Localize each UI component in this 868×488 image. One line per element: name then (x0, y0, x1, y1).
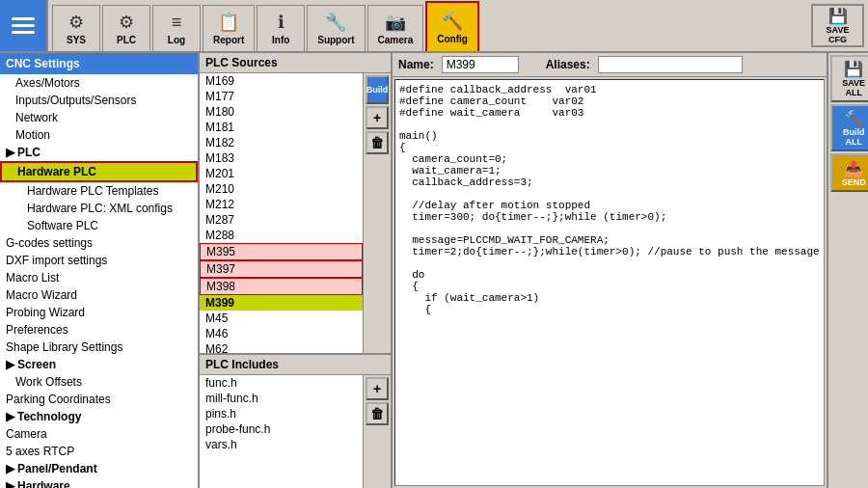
send-button[interactable]: 📤 SEND (830, 153, 868, 192)
plc-source-item[interactable]: M177 (200, 89, 363, 104)
build-button[interactable]: Build (366, 75, 389, 104)
tab-config-label: Config (437, 34, 468, 44)
add-include-button[interactable]: + (366, 377, 389, 400)
sidebar-item-io[interactable]: Inputs/Outputs/Sensors (0, 92, 198, 109)
plc-source-item[interactable]: M210 (200, 181, 363, 197)
hamburger-menu[interactable] (0, 0, 48, 51)
tab-log[interactable]: ≡ Log (152, 5, 201, 51)
name-input[interactable] (442, 56, 519, 73)
toolbar-right-buttons: 💾 SAVE CFG (807, 0, 868, 51)
plc-include-item[interactable]: vars.h (200, 437, 363, 452)
sidebar-item-macro-wiz[interactable]: Macro Wizard (0, 286, 198, 304)
center-panel: PLC Sources M169M177M180M181M182M183M201… (200, 53, 393, 488)
technology-arrow-icon: ▶ (6, 410, 14, 423)
plc-source-item[interactable]: M182 (200, 135, 363, 150)
plc-include-item[interactable]: pins.h (200, 406, 363, 421)
tab-report[interactable]: 📋 Report (203, 5, 255, 51)
plc-source-item[interactable]: M288 (200, 228, 363, 243)
plc-include-item[interactable]: func.h (200, 375, 363, 391)
plc-arrow-icon: ▶ (6, 146, 14, 159)
sidebar-item-macro-list[interactable]: Macro List (0, 269, 198, 286)
tab-plc[interactable]: ⚙ PLC (102, 5, 150, 51)
code-header: Name: Aliases: (393, 53, 827, 77)
tab-support[interactable]: 🔧 Support (307, 5, 365, 51)
sidebar-item-screen[interactable]: ▶ Screen (0, 356, 198, 373)
sidebar-item-plc[interactable]: ▶ PLC (0, 144, 198, 161)
sidebar-item-dxf[interactable]: DXF import settings (0, 252, 198, 269)
cnc-settings-sidebar: CNC Settings Axes/Motors Inputs/Outputs/… (0, 53, 200, 488)
save-cfg-label: SAVE (827, 25, 850, 35)
panel-arrow-icon: ▶ (6, 462, 14, 475)
plc-source-item[interactable]: M201 (200, 166, 363, 181)
plc-source-item[interactable]: M183 (200, 150, 363, 166)
plc-source-item[interactable]: M169 (200, 73, 363, 89)
plc-includes-header: PLC Includes (200, 355, 391, 375)
tab-config[interactable]: 🔨 Config (425, 1, 479, 51)
plc-source-item[interactable]: M181 (200, 120, 363, 135)
plc-source-item[interactable]: M212 (200, 197, 363, 212)
plc-icon: ⚙ (119, 12, 134, 33)
camera-icon: 📷 (385, 12, 406, 33)
save-all-button[interactable]: 💾 SAVE ALL (830, 55, 868, 102)
plc-source-item[interactable]: M46 (200, 326, 363, 341)
aliases-input[interactable] (598, 56, 743, 73)
send-icon: 📤 (844, 159, 863, 177)
sidebar-item-hw-plc-tmpl[interactable]: Hardware PLC Templates (0, 182, 198, 200)
save-all-icon: 💾 (844, 60, 863, 78)
sidebar-item-probing[interactable]: Probing Wizard (0, 304, 198, 321)
plc-includes-section: PLC Includes func.hmill-func.hpins.hprob… (200, 353, 391, 488)
sidebar-item-hw-plc-xml[interactable]: Hardware PLC: XML configs (0, 200, 198, 217)
sidebar-item-gcodes[interactable]: G-codes settings (0, 234, 198, 252)
save-cfg-button[interactable]: 💾 SAVE CFG (811, 4, 864, 47)
sidebar-item-shape-lib[interactable]: Shape Library Settings (0, 339, 198, 356)
build-all-button[interactable]: 🔨 Build ALL (830, 104, 868, 151)
delete-source-button[interactable]: 🗑 (366, 131, 389, 154)
support-icon: 🔧 (325, 12, 346, 33)
delete-include-button[interactable]: 🗑 (366, 402, 389, 425)
sidebar-item-work-offsets[interactable]: Work Offsets (0, 373, 198, 391)
tab-camera[interactable]: 📷 Camera (367, 5, 424, 51)
plc-source-item[interactable]: M399 (200, 295, 363, 311)
code-editor[interactable]: #define callback_address var01 #define c… (394, 79, 825, 486)
sys-icon: ⚙ (68, 12, 84, 33)
screen-arrow-icon: ▶ (6, 358, 14, 371)
right-panel: Name: Aliases: #define callback_address … (393, 53, 827, 488)
plc-source-item[interactable]: M398 (200, 278, 363, 295)
tab-log-label: Log (168, 35, 185, 45)
plc-includes-area: func.hmill-func.hpins.hprobe-func.hvars.… (200, 375, 391, 488)
sidebar-item-hw-plc[interactable]: Hardware PLC (0, 161, 198, 182)
plc-sources-area: M169M177M180M181M182M183M201M210M212M287… (200, 73, 391, 353)
sidebar-item-parking[interactable]: Parking Coordinates (0, 391, 198, 408)
save-cfg-icon: 💾 (828, 7, 848, 25)
sidebar-item-panel[interactable]: ▶ Panel/Pendant (0, 460, 198, 477)
config-icon: 🔨 (442, 11, 463, 32)
sidebar-item-5axes[interactable]: 5 axes RTCP (0, 443, 198, 460)
sidebar-item-technology[interactable]: ▶ Technology (0, 408, 198, 425)
build-all-icon: 🔨 (844, 109, 863, 127)
tab-plc-label: PLC (117, 35, 136, 45)
plc-source-item[interactable]: M395 (200, 243, 363, 260)
plc-include-item[interactable]: mill-func.h (200, 391, 363, 406)
plc-sources-header: PLC Sources (200, 53, 391, 73)
sidebar-item-network[interactable]: Network (0, 109, 198, 126)
sidebar-item-camera[interactable]: Camera (0, 425, 198, 443)
tab-info-label: Info (272, 35, 289, 45)
plc-includes-side-buttons: + 🗑 (363, 375, 391, 488)
plc-include-item[interactable]: probe-func.h (200, 421, 363, 437)
plc-sources-list: M169M177M180M181M182M183M201M210M212M287… (200, 73, 363, 353)
plc-source-item[interactable]: M180 (200, 104, 363, 120)
plc-source-item[interactable]: M45 (200, 311, 363, 326)
sidebar-title: CNC Settings (0, 53, 198, 74)
tab-info[interactable]: ℹ Info (257, 5, 305, 51)
add-source-button[interactable]: + (366, 106, 389, 129)
sidebar-item-axes[interactable]: Axes/Motors (0, 74, 198, 92)
tab-sys[interactable]: ⚙ SYS (52, 5, 100, 51)
sidebar-item-hardware[interactable]: ▶ Hardware (0, 477, 198, 488)
sidebar-item-sw-plc[interactable]: Software PLC (0, 217, 198, 234)
sidebar-item-motion[interactable]: Motion (0, 126, 198, 144)
plc-source-item[interactable]: M287 (200, 212, 363, 228)
sidebar-item-prefs[interactable]: Preferences (0, 321, 198, 339)
plc-source-item[interactable]: M397 (200, 260, 363, 278)
plc-source-item[interactable]: M62 (200, 341, 363, 353)
tab-report-label: Report (213, 35, 244, 45)
